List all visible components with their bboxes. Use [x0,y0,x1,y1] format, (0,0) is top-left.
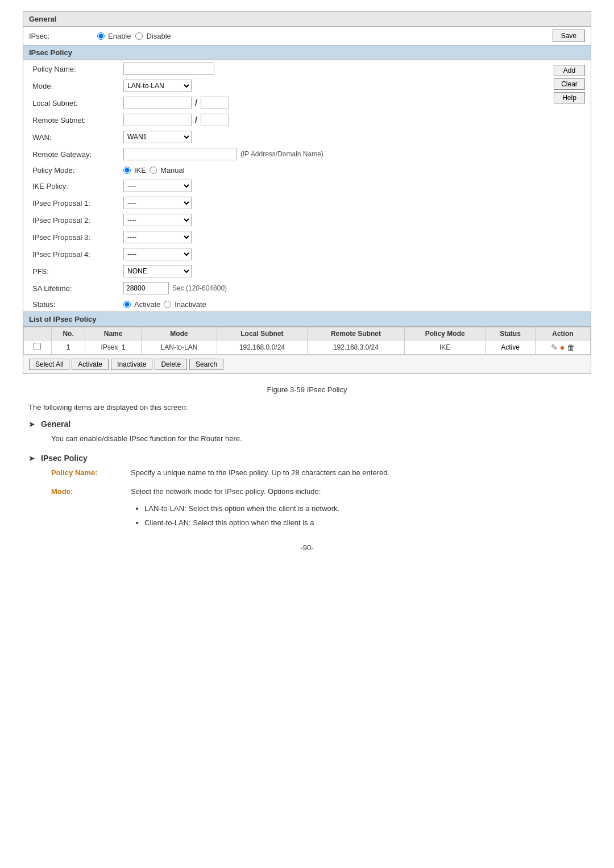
inactivate-button[interactable]: Inactivate [111,359,152,370]
page-number: -90- [23,543,591,552]
ike-policy-label: IKE Policy: [32,182,123,190]
ipsec-proposal-2-select[interactable]: ---- [123,214,192,226]
clear-button[interactable]: Clear [554,78,585,90]
disable-radio-label[interactable]: Disable [135,32,171,40]
ipsec-buttons-col: Add Clear Help [554,65,585,103]
col-header-checkbox [24,327,52,340]
list-header: List of IPsec Policy [23,312,591,327]
activate-button[interactable]: Activate [72,359,109,370]
policy-table: No. Name Mode Local Subnet Remote Subnet… [23,327,591,355]
ike-label-text: IKE [134,166,146,175]
ipsec-proposal-3-control: ---- [123,231,582,243]
status-label: Status: [32,300,123,309]
remote-gw-label: Remote Gateway: [32,150,123,159]
general-heading-title: General [41,420,70,429]
ipsec-proposal-3-label: IPsec Proposal 3: [32,233,123,242]
manual-label-text: Manual [160,166,185,175]
local-subnet-input[interactable] [123,97,192,109]
mode-term-desc: Select the network mode for IPsec policy… [131,486,586,497]
wan-control: WAN1 WAN2 [123,131,582,143]
search-button[interactable]: Search [189,359,223,370]
col-header-action: Action [535,327,590,340]
ipsec-policy-arrow: ➤ [28,454,35,463]
remote-gw-control: (IP Address/Domain Name) [123,148,582,160]
wan-row: WAN: WAN1 WAN2 [29,128,585,146]
ike-radio[interactable] [123,167,131,174]
local-mask-input[interactable] [201,97,229,109]
remote-slash: / [195,115,197,124]
main-panel: General IPsec: Enable Disable Save IPsec… [23,11,591,374]
col-header-status: Status [486,327,536,340]
local-slash: / [195,98,197,107]
status-row: Status: Activate Inactivate [29,297,585,312]
col-header-remote-subnet: Remote Subnet [307,327,404,340]
ipsec-proposal-3-select[interactable]: ---- [123,231,192,243]
policy-name-term-desc: Specify a unique name to the IPsec polic… [131,467,586,479]
row-policy-mode: IKE [405,340,486,355]
mode-select[interactable]: LAN-to-LAN Client-to-LAN [123,80,192,92]
edit-icon[interactable]: ✎ [551,343,558,352]
mode-control: LAN-to-LAN Client-to-LAN [123,80,582,92]
ike-policy-control: ---- [123,180,582,192]
ipsec-proposal-3-row: IPsec Proposal 3: ---- [29,229,585,246]
row-checkbox-cell [24,340,52,355]
col-header-policy-mode: Policy Mode [405,327,486,340]
sa-lifetime-row: SA Lifetime: Sec (120-604800) [29,280,585,297]
general-desc-body: You can enable/disable IPsec function fo… [28,433,586,445]
inactivate-radio-label[interactable]: Inactivate [164,300,206,309]
ipsec-controls: Enable Disable [97,32,553,40]
ipsec-proposal-2-row: IPsec Proposal 2: ---- [29,211,585,229]
ike-policy-row: IKE Policy: ---- [29,177,585,194]
mode-bullet-list: LAN-to-LAN: Select this option when the … [131,503,586,529]
figure-caption: Figure 3-59 IPsec Policy [23,385,591,394]
delete-icon[interactable]: 🗑 [567,343,575,352]
table-row: 1 IPsex_1 LAN-to-LAN 192.168.0.0/24 192.… [24,340,591,355]
ipsec-proposal-2-control: ---- [123,214,582,226]
inactivate-radio[interactable] [164,301,171,308]
policy-name-control [123,63,582,75]
policy-name-label: Policy Name: [32,65,123,73]
remote-gw-input[interactable] [123,148,237,160]
action-icons: ✎ ● 🗑 [540,343,586,352]
wan-select[interactable]: WAN1 WAN2 [123,131,192,143]
policy-name-term-label: Policy Name: [51,467,119,479]
ike-radio-label[interactable]: IKE [123,166,146,175]
pfs-select[interactable]: NONE DH1 DH2 [123,265,192,277]
mode-bullets-container: LAN-to-LAN: Select this option when the … [51,500,586,532]
sa-lifetime-input[interactable] [123,282,169,294]
general-body-text: You can enable/disable IPsec function fo… [51,434,242,443]
enable-radio[interactable] [97,32,105,40]
table-actions: Select All Activate Inactivate Delete Se… [23,355,591,373]
mode-label: Mode: [32,82,123,90]
manual-radio[interactable] [150,167,157,174]
col-header-name: Name [85,327,142,340]
disable-label-text: Disable [146,32,171,40]
add-button[interactable]: Add [554,65,585,76]
policy-mode-row: Policy Mode: IKE Manual [29,163,585,177]
remote-gw-row: Remote Gateway: (IP Address/Domain Name) [29,146,585,163]
general-row: IPsec: Enable Disable Save [23,27,591,45]
ipsec-proposal-1-select[interactable]: ---- [123,197,192,209]
refresh-icon[interactable]: ● [560,343,565,352]
row-checkbox[interactable] [34,343,41,350]
help-button[interactable]: Help [554,92,585,103]
save-button[interactable]: Save [553,30,585,42]
sa-lifetime-control: Sec (120-604800) [123,282,582,294]
row-local-subnet: 192.168.0.0/24 [217,340,307,355]
desc-intro: The following items are displayed on thi… [28,403,586,412]
disable-radio[interactable] [135,32,143,40]
enable-radio-label[interactable]: Enable [97,32,131,40]
ipsec-proposal-1-label: IPsec Proposal 1: [32,199,123,207]
delete-button[interactable]: Delete [155,359,187,370]
ike-policy-select[interactable]: ---- [123,180,192,192]
activate-radio[interactable] [123,301,131,308]
policy-name-input[interactable] [123,63,214,75]
remote-mask-input[interactable] [201,114,229,126]
ipsec-proposal-4-select[interactable]: ---- [123,248,192,260]
remote-subnet-input[interactable] [123,114,192,126]
manual-radio-label[interactable]: Manual [150,166,185,175]
policy-mode-control: IKE Manual [123,166,582,175]
select-all-button[interactable]: Select All [29,359,69,370]
status-control: Activate Inactivate [123,300,582,309]
activate-radio-label[interactable]: Activate [123,300,160,309]
